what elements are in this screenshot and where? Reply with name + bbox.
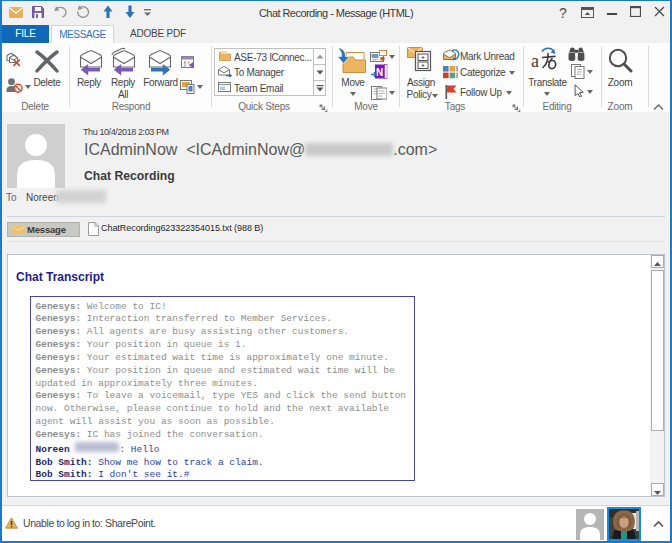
svg-text:N: N [376, 67, 383, 78]
svg-text:a: a [531, 51, 539, 71]
